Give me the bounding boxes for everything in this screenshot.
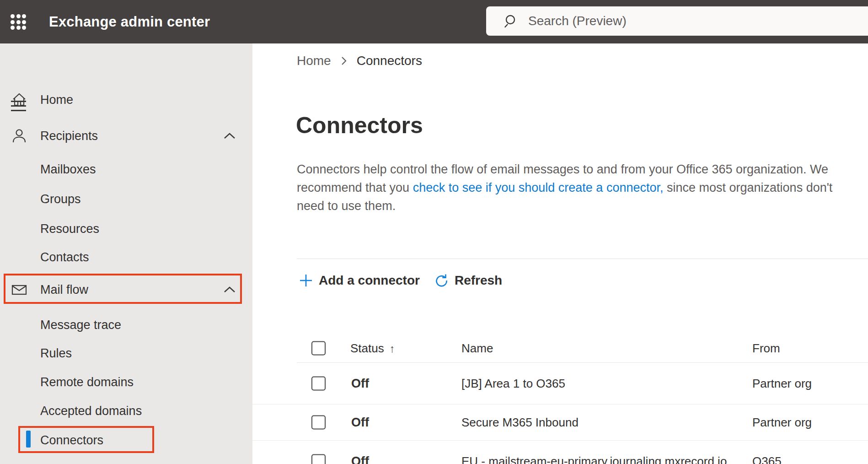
- table-row[interactable]: Off EU - mailstream-eu-primary.journalin…: [252, 441, 868, 464]
- column-header-name[interactable]: Name: [461, 341, 493, 356]
- refresh-icon: [434, 273, 449, 288]
- sidebar-item-mail-flow[interactable]: Mail flow: [0, 275, 252, 304]
- cell-from: Partner org: [752, 415, 812, 430]
- row-checkbox[interactable]: [311, 415, 326, 430]
- sidebar-item-contacts[interactable]: Contacts: [0, 243, 252, 271]
- breadcrumb-home-link[interactable]: Home: [297, 54, 331, 68]
- chevron-up-icon: [223, 285, 236, 294]
- page-title: Connectors: [296, 112, 423, 139]
- description-line-1: Connectors help control the flow of emai…: [297, 160, 832, 178]
- description-line-3: need to use them.: [297, 197, 832, 215]
- search-box: [486, 6, 868, 36]
- sidebar-item-home[interactable]: Home: [0, 86, 252, 114]
- refresh-button[interactable]: Refresh: [434, 273, 502, 288]
- sidebar-item-groups[interactable]: Groups: [0, 185, 252, 213]
- search-input[interactable]: [528, 7, 868, 35]
- table-row[interactable]: Off Secure M365 Inbound Partner org: [252, 405, 868, 441]
- sidebar-item-recipients[interactable]: Recipients: [0, 122, 252, 150]
- breadcrumb: Home Connectors: [297, 53, 422, 69]
- cell-from: O365: [752, 454, 782, 464]
- select-all-checkbox[interactable]: [311, 341, 326, 356]
- sidebar-item-rules[interactable]: Rules: [0, 339, 252, 367]
- sidebar-item-accepted-domains[interactable]: Accepted domains: [0, 397, 252, 425]
- cell-name: [JB] Area 1 to O365: [461, 376, 565, 390]
- cell-name: Secure M365 Inbound: [461, 415, 579, 430]
- cell-status: Off: [351, 376, 369, 390]
- cell-status: Off: [351, 454, 369, 464]
- breadcrumb-current: Connectors: [357, 54, 422, 68]
- mail-icon: [11, 281, 27, 298]
- table-header-row: Status↑ Name From: [252, 334, 868, 362]
- cell-from: Partner org: [752, 376, 812, 390]
- row-checkbox[interactable]: [311, 454, 326, 464]
- sidebar-item-remote-domains[interactable]: Remote domains: [0, 368, 252, 396]
- table-row[interactable]: Off [JB] Area 1 to O365 Partner org: [252, 362, 868, 405]
- column-header-from[interactable]: From: [752, 341, 780, 356]
- main-content: Home Connectors Connectors Connectors he…: [252, 43, 868, 464]
- toolbar: Add a connector Refresh: [299, 270, 502, 291]
- sidebar-item-resources[interactable]: Resources: [0, 215, 252, 243]
- column-header-status[interactable]: Status↑: [350, 341, 395, 356]
- top-bar: Exchange admin center: [0, 0, 868, 43]
- sidebar-item-connectors[interactable]: Connectors: [0, 426, 252, 454]
- app-launcher-button[interactable]: [6, 10, 30, 34]
- create-connector-check-link[interactable]: check to see if you should create a conn…: [413, 181, 664, 194]
- plus-icon: [299, 273, 313, 288]
- row-checkbox[interactable]: [311, 376, 326, 390]
- exchange-admin-center: Exchange admin center Home Recipients: [0, 0, 868, 464]
- description-line-2: recommend that you check to see if you s…: [297, 178, 832, 197]
- cell-status: Off: [351, 415, 369, 430]
- add-connector-button[interactable]: Add a connector: [299, 273, 420, 288]
- chevron-up-icon: [223, 131, 236, 140]
- sidebar-item-mailboxes[interactable]: Mailboxes: [0, 155, 252, 183]
- selected-item-indicator: [26, 431, 31, 448]
- sidebar-item-message-trace[interactable]: Message trace: [0, 311, 252, 339]
- sort-ascending-icon: ↑: [390, 342, 395, 355]
- search-icon: [504, 13, 519, 29]
- cell-name: EU - mailstream-eu-primary.journaling.mx…: [461, 454, 727, 464]
- toolbar-top-divider: [297, 259, 868, 259]
- app-title: Exchange admin center: [49, 0, 210, 43]
- home-icon: [11, 92, 27, 108]
- breadcrumb-chevron-icon: [340, 55, 348, 66]
- waffle-icon: [11, 14, 26, 30]
- person-icon: [11, 128, 27, 144]
- sidebar-nav: Home Recipients Mailboxes Groups Resourc…: [0, 43, 252, 464]
- page-description: Connectors help control the flow of emai…: [297, 160, 832, 215]
